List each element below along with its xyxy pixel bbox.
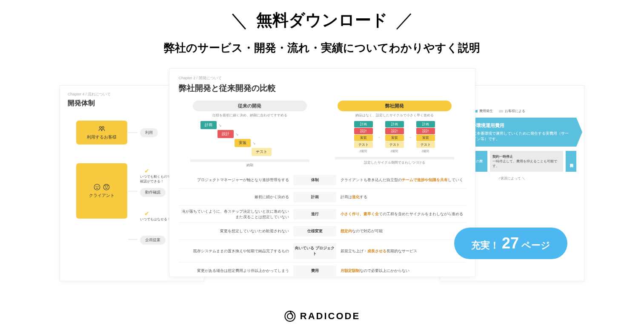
client-faces: [93, 183, 110, 191]
box-customer-label: 利用するお客様: [87, 134, 117, 140]
people-icon: [98, 125, 106, 133]
box-client-label: クライアント: [89, 193, 114, 199]
tag-plan: 計画: [200, 121, 217, 129]
row-right: 新規立ち上げ・成長させる長期的なサービス: [336, 248, 465, 254]
hero: ＼ 無料ダウンロード ／ 弊社のサービス・開発・流れ・実績についてわかりやすく説…: [0, 0, 644, 55]
tag-test: テスト: [252, 148, 272, 156]
row-right: 小さく作り、素早く全ての工程を含めたサイクルをまわしながら進める: [336, 211, 465, 217]
badge-post: ページ: [521, 239, 550, 252]
headline-row: ＼ 無料ダウンロード ／: [0, 8, 644, 33]
agile-row: 計画 設計 実装 テスト 2週間 → 計画 設計 実装 テスト: [331, 121, 458, 153]
compare-columns: 従来の開発 仕様を最初に細く決め、納期に合わせてすすめる 計画↘ 設計↘ 実装↘…: [179, 101, 466, 167]
row-left: 変更を想定していないため歓迎されない: [179, 228, 294, 234]
svg-point-0: [100, 127, 102, 129]
row-mid: 進行: [293, 209, 336, 219]
check-icon: ✔: [144, 210, 149, 217]
pill-op: 動作確認: [140, 188, 166, 197]
col-a-head: 従来の開発: [193, 101, 307, 111]
arrow-icon: ↘: [252, 141, 256, 145]
row-mid: 計画: [293, 192, 336, 202]
block-pause: 契約一時停止 一時停止して、費用を抑えることも可能です。: [490, 151, 563, 172]
pages-badge: 充実！ 27 ページ: [454, 228, 567, 259]
chapter-label-center: Chapter 2 / 開発について: [179, 75, 466, 81]
sprint-3: 計画 設計 実装 テスト 2週間: [416, 121, 435, 153]
table-row: 滝が落ちていくように、各ステップ決定しないと次に進めない また戻ることは想定して…: [179, 205, 466, 222]
box-client: クライアント: [76, 163, 127, 219]
waterfall: 計画↘ 設計↘ 実装↘ テスト: [186, 121, 314, 156]
svg-point-1: [102, 127, 104, 129]
row-mid: 仕様変更: [293, 226, 336, 237]
note-confirm: いつでも動くもので確認ができる！: [140, 174, 171, 184]
connector: [128, 133, 137, 133]
subheadline: 弊社のサービス・開発・流れ・実績についてわかりやすく説明: [0, 40, 644, 55]
sprint-1: 計画 設計 実装 テスト 2週間: [354, 121, 373, 153]
row-left: 最初に細かく決める: [179, 194, 294, 200]
col-a-sub: 仕様を最初に細く決め、納期に合わせてすすめる: [186, 113, 314, 118]
logo-mark-icon: [284, 310, 296, 322]
box-customer: 利用するお客様: [76, 121, 127, 144]
svg-point-6: [105, 187, 106, 187]
row-right: 計画は進化する: [336, 194, 465, 200]
cycle-note: 設定したサイクル期間でまわしつづける: [331, 160, 458, 165]
logo: RADICODE: [284, 310, 360, 322]
row-mid: 費用: [293, 266, 336, 276]
svg-point-3: [96, 186, 96, 187]
badge-number: 27: [502, 234, 519, 252]
table-row: プロジェクトマネージャーが軸となり進捗管理をする体制クライアントも巻き込んだ自立…: [179, 172, 466, 188]
timeline-bar: [190, 159, 309, 162]
col-b-head: 弊社開発: [338, 101, 452, 111]
badge-pre: 充実！: [471, 239, 499, 252]
row-right: 想定内なので対応が可能: [336, 228, 465, 234]
connector: [128, 239, 137, 240]
check-icon: ✔: [144, 167, 149, 174]
pill-plan: 企画提案: [140, 236, 166, 245]
table-row: 変更がある場合は想定費用より倍以上かかってしまう費用月額定額制なので必要以上にか…: [179, 262, 466, 279]
timeline-bar: [335, 157, 454, 159]
arrow-icon: ↘: [235, 132, 239, 136]
tag-impl: 実装: [235, 139, 251, 147]
row-left: プロジェクトマネージャーが軸となり進捗管理をする: [179, 177, 294, 183]
row-left: 既存システムままの置き換えや短期で納品完了するもの: [179, 248, 294, 254]
slash-right: ／: [395, 8, 414, 33]
tag-design: 設計: [218, 130, 234, 138]
row-left: 滝が落ちていくように、各ステップ決定しないと次に進めない また戻ることは想定して…: [179, 209, 294, 219]
arrow-icon: ↘: [218, 123, 222, 127]
col-ours: 弊社開発 納品はなく、設定したサイクルで小さく早く進める 計画 設計 実装 テス…: [331, 101, 458, 167]
headline-text: 無料ダウンロード: [256, 9, 388, 31]
face-icon: [93, 183, 101, 191]
row-left: 変更がある場合は想定費用より倍以上かかってしまう: [179, 268, 294, 274]
note-talk: いつでもはなせる！: [140, 217, 171, 222]
slide-center-title: 弊社開発と従来開発の比較: [179, 83, 466, 94]
table-row: 変更を想定していないため歓迎されない仕様変更想定内なので対応が可能: [179, 222, 466, 240]
logo-text: RADICODE: [300, 311, 360, 322]
slash-left: ＼: [230, 8, 249, 33]
timeline-label: 納期: [186, 163, 314, 167]
pill-use: 利用: [140, 128, 158, 137]
face-icon: [103, 183, 110, 191]
connector: [128, 191, 137, 191]
row-mid: 向いている プロジェクト: [293, 243, 336, 259]
svg-point-8: [285, 311, 295, 321]
table-row: 既存システムままの置き換えや短期で納品完了するもの向いている プロジェクト新規立…: [179, 240, 466, 262]
legend-customer: お客様による: [499, 109, 525, 113]
row-right: クライアントも巻き込んだ自立型のチームで進捗や知識を共有していく: [336, 177, 465, 183]
arrow-icon: →: [408, 135, 412, 139]
arrow-icon: →: [377, 135, 381, 139]
legend-cost: 費用発生: [473, 109, 493, 113]
svg-point-4: [98, 186, 98, 187]
svg-point-2: [94, 184, 100, 190]
block-resume: 契約再開: [566, 151, 576, 172]
comparison-table: プロジェクトマネージャーが軸となり進捗管理をする体制クライアントも巻き込んだ自立…: [179, 172, 466, 279]
table-row: 最初に細かく決める計画計画は進化する: [179, 188, 466, 205]
svg-point-7: [107, 187, 108, 187]
row-mid: 体制: [293, 175, 336, 185]
slides-stage: Chapter 4 / 流れについて 開発体制 利用するお客様 利用 クライアン…: [0, 68, 644, 281]
row-right: 月額定額制なので必要以上にかからない: [336, 268, 465, 274]
col-b-sub: 納品はなく、設定したサイクルで小さく早く進める: [331, 113, 458, 118]
col-traditional: 従来の開発 仕様を最初に細く決め、納期に合わせてすすめる 計画↘ 設計↘ 実装↘…: [186, 101, 314, 167]
slide-center: Chapter 2 / 開発について 弊社開発と従来開発の比較 従来の開発 仕様…: [169, 68, 475, 277]
sprint-2: 計画 設計 実装 テスト 2週間: [385, 121, 404, 153]
